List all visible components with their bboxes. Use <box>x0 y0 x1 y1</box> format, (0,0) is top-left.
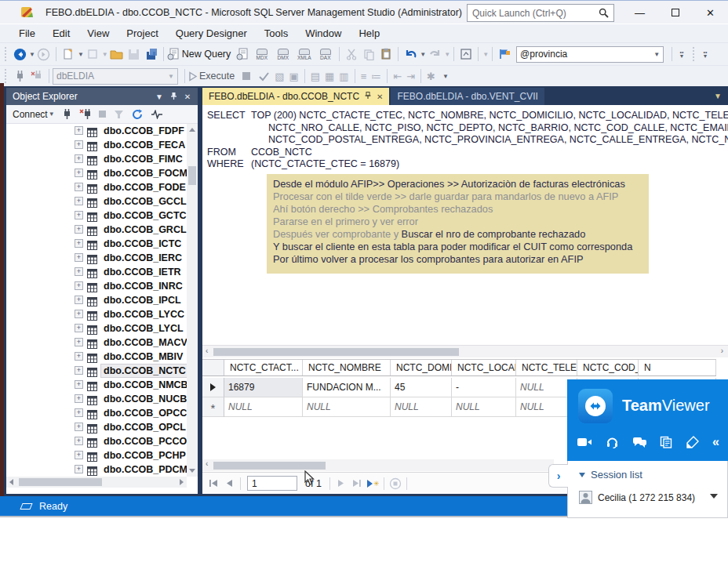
tree-item-dbo-ccob_pchp[interactable]: +dbo.CCOB_PCHP <box>6 448 187 462</box>
redo-caret[interactable]: ▼ <box>444 51 450 58</box>
add-item-button[interactable] <box>84 45 101 63</box>
change-connection-button[interactable] <box>28 67 46 85</box>
row-selector[interactable]: * <box>202 397 224 417</box>
sql-horizontal-scrollbar[interactable]: ‹ › <box>202 345 728 357</box>
grid-column-header-3[interactable]: NCTC_LOCALI... <box>452 360 516 375</box>
scroll-down-arrow[interactable] <box>189 469 195 473</box>
menu-item-tools[interactable]: Tools <box>256 26 297 41</box>
expand-plus-icon[interactable]: + <box>75 211 83 219</box>
find-combobox-caret[interactable]: ▼ <box>653 51 660 58</box>
refresh-icon[interactable] <box>132 109 143 120</box>
object-explorer-header[interactable]: Object Explorer ▼ ✕ <box>6 88 198 105</box>
expand-plus-icon[interactable]: + <box>75 324 83 332</box>
tree-item-dbo-ccob_gccl[interactable]: +dbo.CCOB_GCCL <box>6 194 187 209</box>
uncomment-icon[interactable]: ≔ <box>371 71 381 82</box>
teamviewer-collapse-tab[interactable]: › <box>548 464 568 488</box>
toolbar2-overflow-caret[interactable]: ▼ <box>442 73 449 80</box>
query-with-connection-button[interactable] <box>234 45 251 63</box>
grid-column-header-1[interactable]: NCTC_NOMBRE <box>303 360 391 375</box>
grid-cell[interactable]: - <box>452 378 516 397</box>
tree-item-dbo-ccob_pcco[interactable]: +dbo.CCOB_PCCO <box>6 434 187 448</box>
sql-line[interactable]: NCTC_COD_POSTAL_ENTREGA, NCTC_PROVINCIA_… <box>202 134 728 147</box>
menu-item-file[interactable]: File <box>10 26 44 41</box>
back-dropdown-caret[interactable]: ▼ <box>29 51 35 58</box>
undo-caret[interactable]: ▼ <box>420 51 426 58</box>
query-designer-icon[interactable]: ▣ <box>289 71 298 82</box>
save-button[interactable] <box>126 45 143 63</box>
expand-plus-icon[interactable]: + <box>75 169 83 177</box>
sql-line[interactable]: SELECTTOP (200) NCTC_CTACTE_CTEC, NCTC_N… <box>202 110 728 122</box>
expand-plus-icon[interactable]: + <box>75 352 83 361</box>
expand-plus-icon[interactable]: + <box>75 126 83 135</box>
grid-horizontal-scrollbar[interactable]: ‹ <box>202 459 554 471</box>
tab-list-caret-icon[interactable]: ▼ <box>714 92 722 100</box>
menu-item-help[interactable]: Help <box>350 26 388 41</box>
expand-plus-icon[interactable]: + <box>75 310 83 318</box>
new-dmx-query-button[interactable]: DMX <box>273 49 293 60</box>
tree-item-dbo-ccob_grcl[interactable]: +dbo.CCOB_GRCL <box>6 223 187 237</box>
indent-icon[interactable]: ⇥ <box>406 71 415 82</box>
move-previous-button[interactable] <box>221 476 237 492</box>
tree-item-dbo-ccob_feca[interactable]: +dbo.CCOB_FECA <box>6 138 187 152</box>
minimize-button[interactable]: — <box>622 1 657 24</box>
toolbar-grip[interactable] <box>3 47 8 61</box>
tree-item-dbo-ccob_focm[interactable]: +dbo.CCOB_FOCM <box>6 166 187 180</box>
expand-plus-icon[interactable]: + <box>75 225 83 234</box>
tree-item-dbo-ccob_fdpf[interactable]: +dbo.CCOB_FDPF <box>6 124 187 138</box>
undo-button[interactable] <box>402 45 419 63</box>
move-next-button[interactable] <box>333 476 349 492</box>
expand-plus-icon[interactable]: + <box>75 140 83 149</box>
expand-plus-icon[interactable]: + <box>75 281 83 290</box>
menu-item-edit[interactable]: Edit <box>44 26 78 41</box>
new-project-button[interactable] <box>60 45 77 63</box>
redo-button[interactable] <box>426 45 443 63</box>
scroll-right-arrow[interactable] <box>180 479 184 485</box>
database-combobox-caret[interactable]: ▼ <box>168 73 174 80</box>
filter-icon[interactable] <box>114 110 124 119</box>
grid-cell[interactable]: NULL <box>391 397 452 417</box>
tree-item-dbo-ccob_ictc[interactable]: +dbo.CCOB_ICTC <box>6 237 187 251</box>
new-mdx-query-button[interactable]: MDX <box>252 49 271 60</box>
scroll-right-arrow[interactable]: › <box>721 346 723 355</box>
expand-plus-icon[interactable]: + <box>75 380 83 389</box>
new-project-caret[interactable]: ▼ <box>78 51 84 58</box>
collapse-toolbar-icon[interactable]: « <box>712 435 719 449</box>
scroll-left-arrow[interactable]: ‹ <box>206 459 208 468</box>
tab-pin-icon[interactable] <box>365 92 371 101</box>
record-position-input[interactable]: 1 <box>247 476 297 491</box>
save-all-button[interactable] <box>143 45 160 63</box>
tree-item-dbo-ccob_nmcb[interactable]: +dbo.CCOB_NMCB <box>6 378 187 392</box>
tree-vertical-scrollbar[interactable] <box>187 124 198 477</box>
new-dax-query-button[interactable]: DAX <box>315 49 335 60</box>
tree-horizontal-scrollbar[interactable] <box>6 477 187 488</box>
tree-item-dbo-ccob_fimc[interactable]: +dbo.CCOB_FIMC <box>6 152 187 166</box>
file-transfer-icon[interactable] <box>660 436 672 448</box>
expand-plus-icon[interactable]: + <box>75 154 83 163</box>
extra-dropdown-caret[interactable]: ▼ <box>482 51 489 58</box>
grid-cell[interactable]: NULL <box>452 397 516 417</box>
tree-item-dbo-ccob_nctc[interactable]: +dbo.CCOB_NCTC <box>6 364 187 378</box>
tree-scroll-thumb[interactable] <box>188 166 196 185</box>
tab-vent-cvii[interactable]: FEBO.dbELDIA - dbo.VENT_CVII <box>391 88 544 105</box>
sql-line[interactable]: NCTC_NRO_CALLE, NCTC_PISO, NCTC_DEPTO, N… <box>202 122 728 135</box>
filter-parameters-icon[interactable]: ✱ <box>427 71 435 82</box>
comment-icon[interactable]: ≡ <box>361 71 367 82</box>
grid-column-header-6[interactable]: N <box>639 360 716 375</box>
tree-item-dbo-ccob_nucb[interactable]: +dbo.CCOB_NUCB <box>6 392 187 406</box>
expand-plus-icon[interactable]: + <box>75 338 83 346</box>
user-dropdown-icon[interactable] <box>710 494 718 499</box>
expand-plus-icon[interactable]: + <box>75 267 83 276</box>
grid-hscroll-thumb[interactable] <box>213 462 326 470</box>
database-combobox[interactable]: dbELDIA ▼ <box>53 68 178 85</box>
paste-button[interactable] <box>377 45 395 63</box>
tree-item-dbo-ccob_opcc[interactable]: +dbo.CCOB_OPCC <box>6 406 187 420</box>
stop-icon[interactable] <box>99 111 106 118</box>
menu-item-project[interactable]: Project <box>118 26 166 41</box>
expand-plus-icon[interactable]: + <box>75 451 83 459</box>
toolbar-options-button-2[interactable]: ••▼ <box>699 50 712 58</box>
expand-plus-icon[interactable]: + <box>75 423 83 431</box>
tree-item-dbo-ccob_lycl[interactable]: +dbo.CCOB_LYCL <box>6 321 187 336</box>
grid-column-header-4[interactable]: NCTC_TELEFO... <box>516 360 577 375</box>
tree-item-dbo-ccob_lycc[interactable]: +dbo.CCOB_LYCC <box>6 307 187 321</box>
grid-column-header-5[interactable]: NCTC_COD_P... <box>577 360 639 375</box>
